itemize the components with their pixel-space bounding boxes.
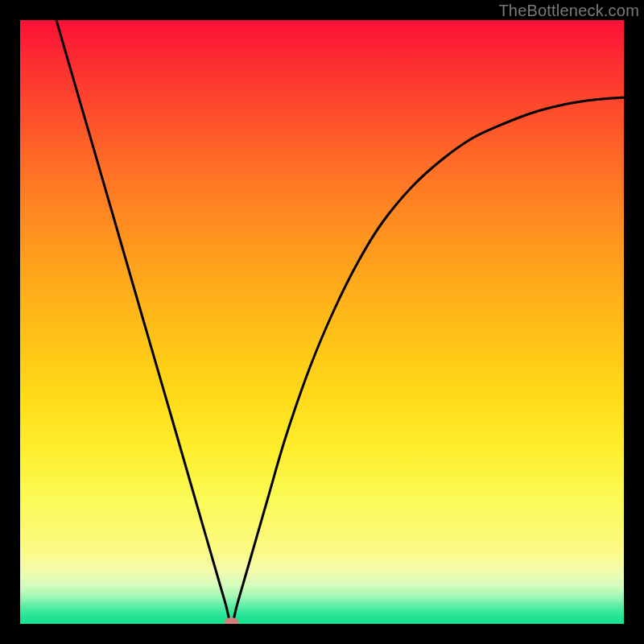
plot-area [20,20,624,624]
curve-line [56,20,624,624]
chart-frame: TheBottleneck.com [0,0,644,644]
minimum-marker [225,617,239,624]
watermark-text: TheBottleneck.com [498,2,639,20]
bottleneck-curve [20,20,624,624]
